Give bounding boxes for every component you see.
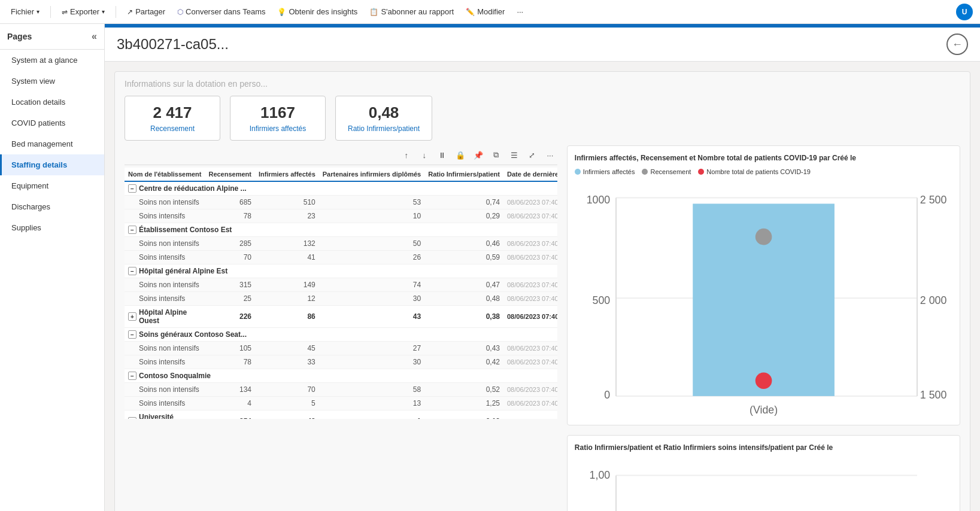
sidebar-item-label: Staffing details bbox=[11, 160, 67, 169]
legend-recensement-dot bbox=[642, 169, 648, 175]
back-button[interactable]: ← bbox=[946, 34, 968, 55]
sidebar-item-location-details[interactable]: Location details bbox=[0, 92, 104, 112]
subscribe-icon: 📋 bbox=[369, 8, 378, 16]
table-group-row[interactable]: +Université Fabricam Ouest 354 43 1 0,12… bbox=[125, 410, 557, 419]
chart1-container: Infirmiers affectés, Recensement et Nomb… bbox=[567, 145, 960, 425]
child-ratio: 1,25 bbox=[424, 397, 503, 410]
lock-button[interactable]: 🔒 bbox=[453, 148, 468, 162]
child-recensement: 70 bbox=[205, 251, 255, 264]
info-placeholder-text: Informations sur la dotation en perso... bbox=[125, 79, 960, 89]
sidebar-item-equipment[interactable]: Equipment bbox=[0, 175, 104, 196]
kpi-ratio-value: 0,48 bbox=[348, 104, 420, 122]
expand-icon[interactable]: − bbox=[128, 267, 136, 275]
more-options-button[interactable]: ··· bbox=[543, 148, 557, 162]
toolbar-partager[interactable]: ↗ Partager bbox=[123, 5, 169, 19]
child-recensement: 105 bbox=[205, 342, 255, 355]
table-group-row[interactable]: −Soins généraux Contoso Seat... bbox=[125, 328, 557, 342]
toolbar-insights[interactable]: 💡 Obtenir des insights bbox=[274, 5, 361, 19]
expand-icon[interactable]: − bbox=[128, 330, 136, 339]
expand-icon[interactable]: + bbox=[128, 417, 136, 419]
expand-button[interactable]: ⤢ bbox=[525, 148, 539, 162]
table-sub-row: Soins intensifs 78 23 10 0,29 08/06/2023… bbox=[125, 209, 557, 223]
table-group-row[interactable]: −Centre de rééducation Alpine ... bbox=[125, 181, 557, 196]
expand-icon[interactable]: − bbox=[128, 226, 136, 234]
toolbar-exporter[interactable]: ⇌ Exporter ▾ bbox=[58, 5, 108, 19]
pin-button[interactable]: 📌 bbox=[471, 148, 486, 162]
pause-button[interactable]: ⏸ bbox=[435, 148, 450, 162]
toolbar-converser[interactable]: ⬡ Converser dans Teams bbox=[174, 5, 269, 19]
info-card: Informations sur la dotation en perso...… bbox=[114, 71, 970, 511]
sidebar-collapse-button[interactable]: « bbox=[92, 31, 97, 42]
table-group-row[interactable]: −Hôpital général Alpine Est bbox=[125, 264, 557, 278]
table-group-row[interactable]: −Contoso Snoqualmie bbox=[125, 369, 557, 383]
table-group-row[interactable]: +Hôpital Alpine Ouest 226 86 43 0,38 08/… bbox=[125, 306, 557, 328]
child-partenaires: 58 bbox=[319, 383, 424, 397]
group-date: 08/06/2023 07:40:11 bbox=[503, 410, 557, 419]
legend-covid-label: Nombre total de patients COVID-19 bbox=[706, 168, 811, 175]
group-ratio: 0,12 bbox=[424, 410, 503, 419]
child-infirmiers: 5 bbox=[255, 397, 319, 410]
child-name: Soins non intensifs bbox=[125, 383, 205, 397]
sidebar-item-bed-management[interactable]: Bed management bbox=[0, 133, 104, 154]
share-icon: ↗ bbox=[127, 8, 133, 16]
toolbar-fichier-label: Fichier bbox=[11, 7, 34, 16]
child-date: 08/06/2023 07:40:11 bbox=[503, 196, 557, 209]
sort-desc-button[interactable]: ↓ bbox=[417, 148, 432, 162]
col-header-infirmiers: Infirmiers affectés bbox=[255, 168, 319, 181]
child-name: Soins intensifs bbox=[125, 355, 205, 369]
chart2-title: Ratio Infirmiers/patient et Ratio Infirm… bbox=[575, 443, 952, 453]
copy-button[interactable]: ⧉ bbox=[489, 148, 503, 162]
group-partenaires: 43 bbox=[319, 306, 424, 328]
content-area: 3b400271-ca05... ← Informations sur la d… bbox=[105, 24, 980, 511]
dot-covid bbox=[756, 372, 772, 389]
sidebar-item-supplies[interactable]: Supplies bbox=[0, 217, 104, 238]
sidebar-item-label: System view bbox=[11, 77, 55, 86]
chart1-legend: Infirmiers affectés Recensement Nombre t… bbox=[575, 168, 952, 175]
sidebar-item-staffing-details[interactable]: Staffing details bbox=[0, 154, 104, 175]
child-ratio: 0,42 bbox=[424, 355, 503, 369]
table-sub-row: Soins non intensifs 285 132 50 0,46 08/0… bbox=[125, 237, 557, 251]
legend-infirmiers-dot bbox=[575, 169, 581, 175]
sidebar-item-system-view[interactable]: System view bbox=[0, 71, 104, 92]
user-avatar[interactable]: U bbox=[956, 4, 973, 20]
expand-icon[interactable]: + bbox=[128, 312, 136, 321]
child-partenaires: 27 bbox=[319, 342, 424, 355]
toolbar-separator-2 bbox=[116, 6, 116, 18]
child-name: Soins non intensifs bbox=[125, 237, 205, 251]
child-infirmiers: 70 bbox=[255, 383, 319, 397]
col-header-partenaires: Partenaires infirmiers diplômés bbox=[319, 168, 424, 181]
toolbar-more[interactable]: ··· bbox=[513, 5, 527, 19]
filter-button[interactable]: ☰ bbox=[507, 148, 521, 162]
chart2-container: Ratio Infirmiers/patient et Ratio Infirm… bbox=[567, 435, 960, 511]
kpi-recensement-label: Recensement bbox=[137, 124, 208, 133]
legend-recensement-label: Recensement bbox=[650, 168, 691, 175]
table-group-row[interactable]: −Établissement Contoso Est bbox=[125, 223, 557, 237]
main-layout: Pages « System at a glance System view L… bbox=[0, 24, 980, 511]
toolbar-sabonner-label: S'abonner au rapport bbox=[381, 7, 454, 16]
child-ratio: 0,46 bbox=[424, 237, 503, 251]
table-scroll-container[interactable]: Nom de l'établissement Recensement Infir… bbox=[125, 168, 557, 419]
toolbar-converser-label: Converser dans Teams bbox=[186, 7, 265, 16]
child-date: 08/06/2023 07:40:12 bbox=[503, 278, 557, 292]
child-partenaires: 10 bbox=[319, 209, 424, 223]
sidebar-item-label: COVID patients bbox=[11, 118, 65, 127]
toolbar-modifier[interactable]: ✏️ Modifier bbox=[462, 5, 508, 19]
child-ratio: 0,74 bbox=[424, 196, 503, 209]
child-ratio: 0,29 bbox=[424, 209, 503, 223]
page-title: 3b400271-ca05... bbox=[117, 36, 229, 53]
toolbar-fichier[interactable]: Fichier ▾ bbox=[7, 5, 43, 19]
sidebar-item-discharges[interactable]: Discharges bbox=[0, 196, 104, 217]
two-col-layout: ↑ ↓ ⏸ 🔒 📌 ⧉ ☰ ⤢ ··· bbox=[125, 145, 960, 511]
expand-icon[interactable]: − bbox=[128, 184, 136, 193]
child-recensement: 685 bbox=[205, 196, 255, 209]
expand-icon[interactable]: − bbox=[128, 372, 136, 380]
group-name: Hôpital général Alpine Est bbox=[139, 267, 227, 275]
sidebar-item-covid-patients[interactable]: COVID patients bbox=[0, 112, 104, 133]
sidebar-item-system-glance[interactable]: System at a glance bbox=[0, 50, 104, 71]
group-recensement: 354 bbox=[205, 410, 255, 419]
sort-asc-button[interactable]: ↑ bbox=[399, 148, 414, 162]
table-sub-row: Soins non intensifs 105 45 27 0,43 08/06… bbox=[125, 342, 557, 355]
teams-icon: ⬡ bbox=[177, 8, 183, 16]
toolbar-sabonner[interactable]: 📋 S'abonner au rapport bbox=[366, 5, 457, 19]
svg-text:1000: 1000 bbox=[587, 194, 611, 206]
